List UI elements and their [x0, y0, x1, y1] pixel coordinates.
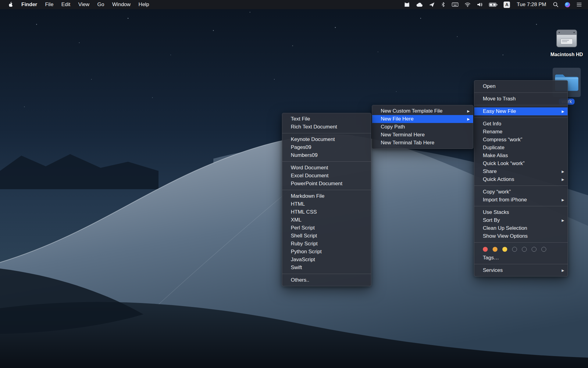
apple-menu[interactable]	[3, 0, 17, 9]
keyboard-icon[interactable]	[449, 0, 461, 9]
tag-dot-yellow[interactable]	[502, 247, 507, 252]
menu-item-javascript[interactable]: JavaScript	[282, 256, 371, 264]
menu-help[interactable]: Help	[134, 0, 153, 9]
menu-app-name[interactable]: Finder	[17, 0, 41, 9]
menu-item-label: Make Alias	[483, 153, 508, 159]
desktop-icon-macintosh-hd[interactable]: Macintosh HD	[545, 26, 588, 57]
menu-item-new-file-here[interactable]: New File Here▶	[372, 115, 473, 123]
menu-item-markdown-file[interactable]: Markdown File	[282, 192, 371, 200]
menu-item-label: Open	[483, 83, 496, 89]
menu-item-word-document[interactable]: Word Document	[282, 164, 371, 172]
menu-item-move-to-trash[interactable]: Move to Trash	[474, 95, 568, 103]
menu-item-get-info[interactable]: Get Info	[474, 120, 568, 128]
menu-item-swift[interactable]: Swift	[282, 264, 371, 272]
menu-separator	[282, 133, 371, 133]
menu-item-open[interactable]: Open	[474, 82, 568, 90]
input-source-badge[interactable]: A	[501, 0, 513, 9]
apple-logo-icon	[8, 2, 13, 8]
menu-item-tags[interactable]: Tags…	[474, 254, 568, 262]
menu-item-copy[interactable]: Copy “work”	[474, 188, 568, 196]
menu-item-label: Services	[483, 267, 503, 273]
menu-item-pages09[interactable]: Pages09	[282, 143, 371, 151]
battery-charging-icon[interactable]	[486, 0, 501, 9]
menu-bar-clock[interactable]: Tue 7:28 PM	[513, 0, 550, 9]
menu-item-label: Quick Actions	[483, 176, 514, 182]
menu-item-shell-script[interactable]: Shell Script	[282, 232, 371, 240]
menu-window[interactable]: Window	[108, 0, 134, 9]
menu-item-label: Word Document	[291, 165, 328, 171]
menu-item-new-custom-template-file[interactable]: New Custom Template File▶	[372, 107, 473, 115]
menu-item-html[interactable]: HTML	[282, 200, 371, 208]
menu-item-label: Import from iPhone	[483, 197, 527, 203]
context-menu: Open Move to Trash Easy New File▶ Get In…	[474, 80, 568, 276]
menu-item-label: Shell Script	[291, 233, 317, 239]
menu-item-label: Easy New File	[483, 108, 516, 114]
menu-go[interactable]: Go	[93, 0, 108, 9]
menu-item-label: Duplicate	[483, 145, 504, 151]
menu-item-label: Ruby Script	[291, 241, 318, 247]
menu-item-excel-document[interactable]: Excel Document	[282, 172, 371, 180]
menu-item-easy-new-file[interactable]: Easy New File▶	[474, 107, 568, 115]
menu-item-perl-script[interactable]: Perl Script	[282, 224, 371, 232]
menu-item-ruby-script[interactable]: Ruby Script	[282, 240, 371, 248]
menu-item-show-view-options[interactable]: Show View Options	[474, 232, 568, 240]
menu-item-quick-actions[interactable]: Quick Actions▶	[474, 175, 568, 183]
volume-label: Macintosh HD	[551, 52, 583, 57]
tag-dot-empty-4[interactable]	[541, 247, 546, 252]
menu-bar-status: A Tue 7:28 PM	[401, 0, 588, 9]
menu-item-xml[interactable]: XML	[282, 216, 371, 224]
menu-item-use-stacks[interactable]: Use Stacks	[474, 208, 568, 216]
menu-item-label: Perl Script	[291, 225, 315, 231]
siri-icon[interactable]	[561, 0, 573, 9]
menu-item-copy-path[interactable]: Copy Path	[372, 123, 473, 131]
menu-item-keynote-document[interactable]: Keynote Document	[282, 135, 371, 143]
submenu-arrow-icon: ▶	[562, 170, 564, 173]
submenu-arrow-icon: ▶	[467, 117, 470, 121]
spotlight-icon[interactable]	[550, 0, 561, 9]
menu-item-python-script[interactable]: Python Script	[282, 248, 371, 256]
menu-file[interactable]: File	[41, 0, 57, 9]
bluetooth-icon[interactable]	[438, 0, 449, 9]
menu-item-text-file[interactable]: Text File	[282, 115, 371, 123]
menu-item-powerpoint-document[interactable]: PowerPoint Document	[282, 180, 371, 188]
menu-item-numbers09[interactable]: Numbers09	[282, 151, 371, 159]
menu-item-share[interactable]: Share▶	[474, 168, 568, 175]
menu-item-label: Rename	[483, 129, 502, 135]
menu-item-label: Excel Document	[291, 173, 329, 179]
menu-item-quick-look[interactable]: Quick Look “work”	[474, 160, 568, 168]
menu-item-label: Tags…	[483, 255, 499, 261]
tag-dot-red[interactable]	[483, 247, 488, 252]
menu-item-sort-by[interactable]: Sort By▶	[474, 216, 568, 224]
menu-item-rename[interactable]: Rename	[474, 128, 568, 136]
menu-item-others[interactable]: Others..	[282, 276, 371, 284]
menu-item-new-terminal-here[interactable]: New Terminal Here	[372, 131, 473, 139]
volume-icon[interactable]	[474, 0, 486, 9]
menu-item-services[interactable]: Services▶	[474, 266, 568, 274]
menu-item-compress[interactable]: Compress “work”	[474, 136, 568, 144]
menu-item-duplicate[interactable]: Duplicate	[474, 144, 568, 152]
tag-dot-empty-3[interactable]	[532, 247, 536, 252]
menu-item-html-css[interactable]: HTML CSS	[282, 208, 371, 216]
notification-center-icon[interactable]	[573, 0, 585, 9]
tag-dot-orange[interactable]	[493, 247, 497, 252]
cat-icon[interactable]	[401, 0, 413, 9]
menu-separator	[474, 117, 568, 118]
menu-view[interactable]: View	[74, 0, 94, 9]
menu-item-import-from-iphone[interactable]: Import from iPhone▶	[474, 196, 568, 204]
paper-plane-icon[interactable]	[426, 0, 438, 9]
menu-separator	[282, 190, 371, 190]
menu-edit[interactable]: Edit	[57, 0, 74, 9]
menu-separator	[282, 274, 371, 274]
menu-item-make-alias[interactable]: Make Alias	[474, 152, 568, 160]
tag-dot-empty-1[interactable]	[512, 247, 517, 252]
submenu-arrow-icon: ▶	[562, 178, 564, 181]
menu-item-label: Text File	[291, 116, 310, 122]
cloud-icon[interactable]	[413, 0, 426, 9]
tag-dot-empty-2[interactable]	[522, 247, 527, 252]
menu-item-label: New Custom Template File	[381, 108, 443, 114]
menu-item-new-terminal-tab-here[interactable]: New Terminal Tab Here	[372, 139, 473, 147]
menu-item-clean-up-selection[interactable]: Clean Up Selection	[474, 224, 568, 232]
wifi-icon[interactable]	[461, 0, 474, 9]
menu-item-rich-text-document[interactable]: Rich Text Document	[282, 123, 371, 131]
menu-separator	[474, 264, 568, 264]
